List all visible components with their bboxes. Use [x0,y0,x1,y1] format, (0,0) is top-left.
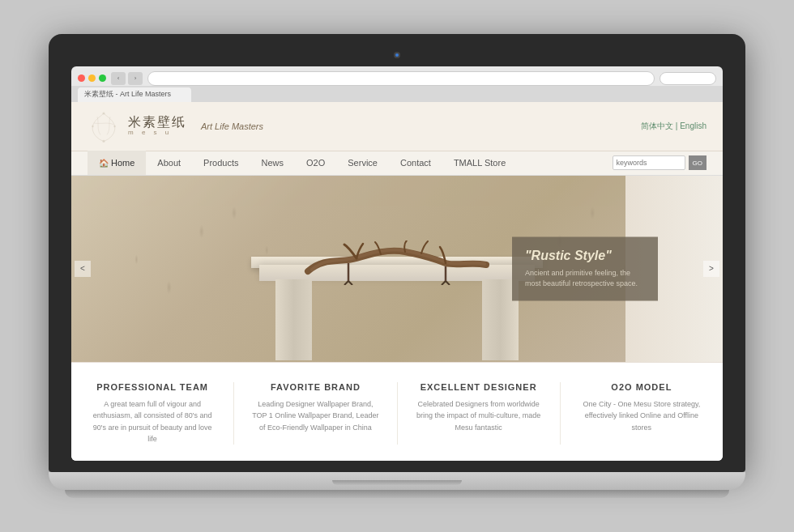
nav-item-o2o[interactable]: O2O [295,151,336,175]
hero-banner: "Rustic Style" Ancient and primitive fee… [71,176,723,362]
logo-pinyin: m e s u [128,129,186,136]
nav-items-list: 🏠 Home About Products News [88,151,613,175]
feature-desc-4: One City - One Mesu Store strategy, effe… [577,398,706,433]
feature-title-1: PROFESSIONAL TEAM [88,382,217,392]
nav-search-area: GO [613,155,706,170]
nav-service-label: Service [348,158,378,168]
laptop-screen-shell: ‹ › 米素壁纸 - Art Life Masters [49,34,745,473]
website-content: 米素壁纸 m e s u Art Life Masters 简体中文 | Eng… [71,102,723,462]
driftwood-sculpture [284,240,510,285]
browser-nav-buttons: ‹ › [111,72,143,85]
logo-tagline: Art Life Masters [201,121,263,131]
svg-line-4 [344,281,348,285]
svg-line-7 [446,281,450,285]
minimize-button[interactable] [88,74,96,82]
hero-quote-title: "Rustic Style" [525,248,645,262]
lang-separator: | [676,121,678,130]
english-lang-option[interactable]: English [680,121,706,130]
nav-products-label: Products [203,158,238,168]
svg-point-2 [113,126,115,127]
svg-point-0 [102,112,105,114]
chinese-lang-option[interactable]: 简体中文 [641,121,673,130]
laptop-camera [394,52,400,58]
feature-desc-1: A great team full of vigour and enthusia… [88,398,217,445]
feature-title-3: EXCELLENT DESIGNER [414,382,544,392]
laptop-bezel: ‹ › 米素壁纸 - Art Life Masters [71,66,723,462]
features-section: PROFESSIONAL TEAM A great team full of v… [71,362,723,462]
feature-favorite-brand: FAVORITE BRAND Leading Designer Wallpape… [234,382,397,445]
feature-desc-2: Leading Designer Wallpaper Brand, TOP 1 … [250,398,380,433]
nav-about-label: About [157,158,181,168]
laptop-base [49,472,745,490]
svg-point-1 [92,126,93,127]
feature-desc-3: Celebrated Designers from worldwide brin… [414,398,544,433]
nav-item-contact[interactable]: Contact [389,151,442,175]
hero-quote-text: Ancient and primitive feeling, the most … [525,267,645,289]
feature-professional-team: PROFESSIONAL TEAM A great team full of v… [71,382,234,445]
address-bar[interactable] [147,71,655,86]
site-navigation: 🏠 Home About Products News [71,151,723,176]
hero-prev-button[interactable]: < [75,261,91,277]
nav-tmall-label: TMALL Store [454,158,506,168]
close-button[interactable] [78,74,85,82]
svg-line-5 [348,281,352,285]
tab-label: 米素壁纸 - Art Life Masters [84,89,171,100]
browser-search-input[interactable] [660,72,716,85]
nav-contact-label: Contact [400,158,431,168]
logo-text: 米素壁纸 m e s u [128,116,186,136]
feature-excellent-designer: EXCELLENT DESIGNER Celebrated Designers … [398,382,561,445]
feature-title-2: FAVORITE BRAND [250,382,380,392]
laptop-base-groove [332,480,462,485]
hero-quote-box: "Rustic Style" Ancient and primitive fee… [512,236,658,300]
nav-home-label: Home [111,158,134,168]
mantel-left-leg [275,279,312,360]
nav-item-service[interactable]: Service [336,151,389,175]
browser-tabs: 米素壁纸 - Art Life Masters [71,86,723,102]
nav-search-button[interactable]: GO [689,155,706,170]
nav-news-label: News [262,158,284,168]
nav-item-products[interactable]: Products [192,151,250,175]
nav-item-home[interactable]: 🏠 Home [88,151,146,175]
browser-search-area [660,72,716,85]
site-header: 米素壁纸 m e s u Art Life Masters 简体中文 | Eng… [71,102,723,151]
nav-search-input[interactable] [613,155,685,170]
feature-o2o-model: O2O MODEL One City - One Mesu Store stra… [561,382,723,445]
svg-line-6 [442,281,446,285]
svg-point-3 [102,140,105,143]
logo-chinese: 米素壁纸 [128,116,186,129]
maximize-button[interactable] [99,74,106,82]
logo-decoration [88,110,120,143]
fireplace-mantel [259,232,535,362]
laptop-container: ‹ › 米素壁纸 - Art Life Masters [49,34,745,499]
nav-item-news[interactable]: News [250,151,296,175]
nav-item-tmall[interactable]: TMALL Store [442,151,517,175]
nav-item-about[interactable]: About [146,151,192,175]
nav-o2o-label: O2O [306,158,325,168]
back-button[interactable]: ‹ [111,72,126,85]
home-icon: 🏠 [99,159,109,168]
browser-chrome: ‹ › [71,66,723,86]
active-tab[interactable]: 米素壁纸 - Art Life Masters [78,87,191,102]
traffic-lights [78,74,106,82]
logo-area: 米素壁纸 m e s u Art Life Masters [88,110,263,143]
feature-title-4: O2O MODEL [577,382,706,392]
language-selector[interactable]: 简体中文 | English [641,121,706,132]
hero-next-button[interactable]: > [703,261,719,277]
laptop-bottom-stand [65,490,729,498]
forward-button[interactable]: › [128,72,143,85]
